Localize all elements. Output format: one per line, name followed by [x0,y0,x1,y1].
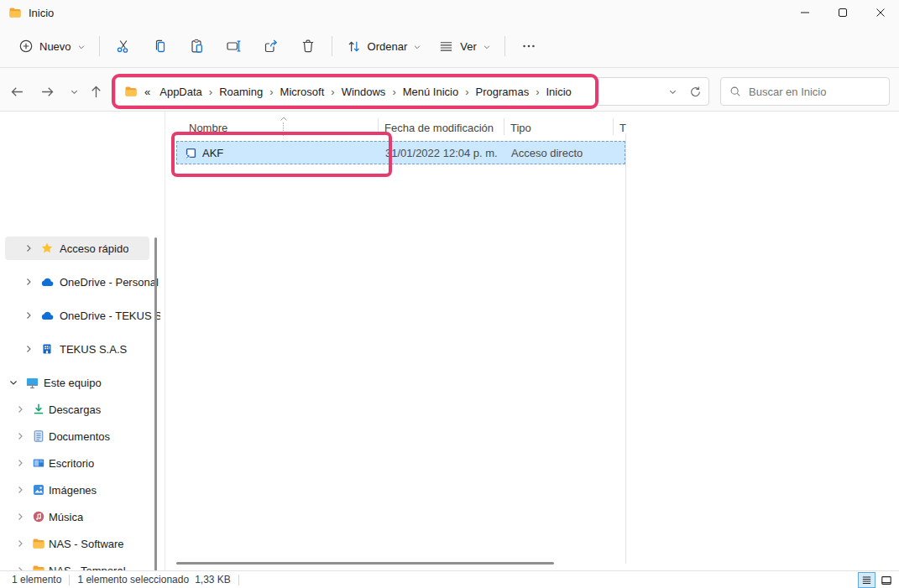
breadcrumb-item-programas[interactable]: Programas [470,86,536,98]
cut-icon [115,38,132,55]
search-icon [729,86,741,97]
chevron-right-icon[interactable] [24,344,34,354]
close-icon [874,6,887,19]
details-view-button[interactable] [858,572,875,588]
minimize-button[interactable] [786,0,823,25]
chevron-right-icon[interactable] [15,512,25,522]
more-icon [520,38,537,55]
sort-button[interactable]: Ordenar [337,31,431,61]
column-divider[interactable] [613,118,614,135]
file-row-akf[interactable]: AKF 31/01/2022 12:04 p. m. Acceso direct… [176,141,625,164]
sidebar-item-descargas[interactable]: Descargas [0,398,154,421]
breadcrumb-item-roaming[interactable]: Roaming [213,86,269,98]
paste-icon [189,38,206,55]
breadcrumb-item-appdata[interactable]: AppData [154,86,208,98]
sidebar-item-documentos[interactable]: Documentos [0,424,154,448]
star-icon [40,242,54,255]
onedrive-cloud-icon [40,309,55,323]
column-divider[interactable] [378,118,379,135]
chevron-down-icon [77,43,86,51]
thumbnails-view-button[interactable] [877,572,895,588]
navigation-pane: Acceso rápido OneDrive - Personal OneDri… [0,112,165,570]
sidebar-item-nas-software[interactable]: NAS - Software [0,532,154,555]
new-button[interactable]: Nuevo [10,31,94,61]
paste-button[interactable] [179,31,216,61]
recent-locations-button[interactable] [64,81,84,101]
sidebar-item-label: NAS - Temporal [49,565,126,571]
copy-button[interactable] [142,31,179,61]
sidebar-item-label: Acceso rápido [60,242,128,255]
music-icon [32,510,45,523]
delete-button[interactable] [290,31,327,61]
chevron-right-icon[interactable] [24,310,34,320]
chevron-down-icon [668,87,677,96]
chevron-right-icon[interactable] [15,539,25,549]
breadcrumb-overflow[interactable]: « [138,86,154,98]
address-bar[interactable]: « AppData › Roaming › Microsoft › Window… [115,77,709,106]
back-button[interactable] [7,81,27,101]
details-view-icon [861,575,872,585]
onedrive-cloud-icon [40,275,55,289]
up-arrow-icon [89,85,103,99]
sidebar-item-este-equipo[interactable]: Este equipo [0,371,154,394]
sidebar-item-onedrive-tekus[interactable]: OneDrive - TEKUS S.A.S [0,304,154,327]
command-bar: Nuevo Ordenar Ver [0,25,899,68]
sidebar-item-tekus[interactable]: TEKUS S.A.S [0,337,154,361]
sidebar-item-nas-temporal[interactable]: NAS - Temporal [0,559,154,570]
file-type: Acceso directo [511,147,583,159]
breadcrumb-item-menu-inicio[interactable]: Menú Inicio [397,86,464,98]
share-button[interactable] [253,31,290,61]
sidebar-item-musica[interactable]: Música [0,505,154,528]
sidebar-item-escritorio[interactable]: Escritorio [0,451,154,475]
sidebar-item-onedrive-personal[interactable]: OneDrive - Personal [0,270,154,294]
file-list-pane: Nombre Fecha de modificación Tipo T AKF … [165,112,899,570]
search-input[interactable] [749,86,875,98]
column-header-label: Fecha de modificación [384,122,494,134]
rename-button[interactable] [216,31,253,61]
sidebar-item-imagenes[interactable]: Imágenes [0,478,154,502]
column-header-tipo[interactable]: Tipo [510,117,531,138]
view-button[interactable]: Ver [430,31,499,61]
cut-button[interactable] [105,31,142,61]
search-box[interactable] [720,77,890,106]
file-modified-date: 31/01/2022 12:04 p. m. [385,147,498,159]
maximize-icon [836,6,849,19]
chevron-right-icon[interactable] [15,458,25,468]
breadcrumb-item-inicio[interactable]: Inicio [540,86,577,98]
title-bar: Inicio [0,0,899,25]
selection-size: 1,33 KB [195,574,231,585]
item-count: 1 elemento [12,574,61,585]
forward-button[interactable] [37,81,57,101]
chevron-right-icon[interactable] [24,277,34,287]
list-edge-divider [625,133,626,564]
sidebar-scrollbar[interactable] [154,237,157,570]
maximize-button[interactable] [823,0,861,25]
minimize-icon [798,6,812,19]
view-button-label: Ver [460,40,477,53]
sidebar-item-acceso-rapido[interactable]: Acceso rápido [0,237,154,260]
column-header-nombre[interactable]: Nombre [189,117,227,138]
chevron-right-icon[interactable] [15,485,25,495]
thumbnails-view-icon [881,575,892,586]
downloads-icon [32,403,45,416]
toolbar-divider [332,36,332,56]
sidebar-item-label: Música [49,511,83,523]
breadcrumb-item-microsoft[interactable]: Microsoft [274,86,331,98]
chevron-down-icon[interactable] [8,377,18,388]
up-button[interactable] [86,81,106,101]
status-divider [69,575,70,585]
chevron-down-icon [413,43,421,51]
horizontal-scrollbar[interactable] [176,562,554,565]
chevron-right-icon[interactable] [15,431,25,441]
close-button[interactable] [861,0,899,25]
breadcrumb-item-windows[interactable]: Windows [336,86,392,98]
chevron-right-icon[interactable] [24,243,34,253]
folder-icon [124,85,138,98]
more-options-button[interactable] [510,31,547,61]
refresh-button[interactable] [689,86,702,98]
shortcut-file-icon [184,147,197,163]
column-divider[interactable] [504,118,504,135]
address-dropdown-button[interactable] [668,87,677,96]
column-header-fecha[interactable]: Fecha de modificación [384,117,494,138]
chevron-right-icon[interactable] [15,404,25,414]
